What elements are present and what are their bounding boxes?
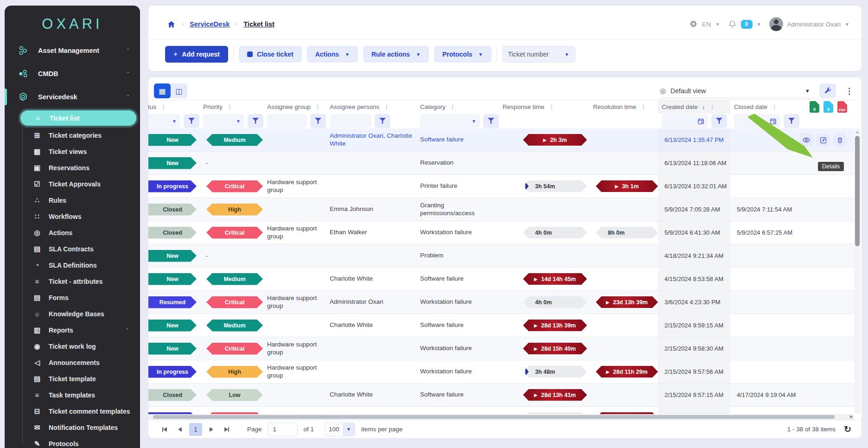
filter-date-input[interactable] <box>662 114 708 128</box>
column-header-resolution-time[interactable]: Resolution time ⋮ <box>589 100 658 114</box>
sidebar-section-cmdb[interactable]: CMDB ˇ <box>5 62 140 85</box>
filter-dropdown[interactable]: ▼ <box>420 114 480 128</box>
column-menu-kebab-icon[interactable]: ⋮ <box>640 103 646 110</box>
column-header-status[interactable]: Status ⋮ <box>148 100 199 114</box>
user-menu-caret-icon[interactable]: ▼ <box>845 22 849 27</box>
ticket-row[interactable]: In progress Critical Hardware support gr… <box>148 175 854 198</box>
grid-view-toggle[interactable]: ▦ <box>154 83 171 98</box>
column-header-assignee-persons[interactable]: Assignee persons ⋮ <box>326 100 416 114</box>
user-name[interactable]: Administrator Oxari <box>787 21 841 28</box>
scroll-right-icon[interactable]: ▶ <box>850 414 853 419</box>
filter-funnel-button[interactable] <box>711 114 727 128</box>
export-pdf-icon[interactable]: PDF <box>837 101 847 113</box>
language-caret-icon[interactable]: ▼ <box>715 22 720 27</box>
sidebar-item-protocols[interactable]: ✎ Protocols <box>5 435 140 448</box>
horizontal-scrollbar[interactable]: ▶ <box>148 414 854 420</box>
filter-funnel-button[interactable] <box>784 114 799 128</box>
column-header-priority[interactable]: Priority ⋮ <box>199 100 263 114</box>
filter-date-input[interactable] <box>734 114 780 128</box>
close-ticket-button[interactable]: Close ticket <box>239 46 302 63</box>
ticket-row[interactable]: New Medium Administrator Oxari, Charlott… <box>148 128 854 152</box>
column-menu-kebab-icon[interactable]: ⋮ <box>227 103 233 110</box>
filter-dropdown[interactable]: ▼ <box>203 114 244 128</box>
filter-funnel-button[interactable] <box>184 114 199 128</box>
rule-actions-dropdown-button[interactable]: Rule actions▼ <box>363 46 429 63</box>
refresh-icon[interactable]: ↻ <box>844 424 851 435</box>
column-menu-kebab-icon[interactable]: ⋮ <box>450 103 456 110</box>
next-page-button[interactable] <box>205 423 217 435</box>
sidebar-item-ticket-template[interactable]: ▤ Ticket template <box>5 371 140 387</box>
sidebar-section-servicedesk[interactable]: Servicedesk ˆ <box>5 85 140 109</box>
scroll-up-icon[interactable]: ▲ <box>854 128 861 134</box>
column-header-response-time[interactable]: Response time ⋮ <box>499 100 589 114</box>
edit-button[interactable] <box>816 133 830 147</box>
ticket-row[interactable]: New Critical Hardware support group Work… <box>148 337 854 360</box>
details-eye-button[interactable] <box>799 133 813 147</box>
sidebar-item-task-templates[interactable]: ≡ Task templates <box>5 387 140 403</box>
sidebar-item-ticket-list[interactable]: ≡ Ticket list <box>20 110 136 126</box>
sidebar-item-rules[interactable]: ∴ Rules <box>5 192 140 208</box>
column-menu-kebab-icon[interactable]: ⋮ <box>160 103 166 110</box>
delete-button[interactable] <box>833 133 847 147</box>
sidebar-item-ticket-work-log[interactable]: ◉ Ticket work log <box>5 338 140 354</box>
column-menu-kebab-icon[interactable]: ⋮ <box>772 103 778 110</box>
ticket-number-combobox[interactable]: Ticket number ▼ <box>502 46 575 63</box>
sidebar-item-workflows[interactable]: ∷ Workflows <box>5 208 140 224</box>
sidebar-item-actions[interactable]: ◎ Actions <box>5 224 140 241</box>
breadcrumb-ticket-list[interactable]: Ticket list <box>243 20 274 28</box>
ticket-row[interactable]: Resumed Critical Hardware support group … <box>148 291 854 314</box>
user-avatar[interactable] <box>769 17 783 31</box>
sidebar-item-announcements[interactable]: ◁ Announcements <box>5 354 140 371</box>
settings-gear-icon[interactable] <box>689 20 698 29</box>
ticket-row[interactable]: Closed High Emma Johnson Granting permis… <box>148 198 854 221</box>
view-selector[interactable]: ◎ Default view ▼ <box>660 83 813 98</box>
sidebar-item-ticket-attributes[interactable]: ≡ Ticket - attributes <box>5 273 140 289</box>
sidebar-item-ticket-approvals[interactable]: ☑ Ticket Approvals <box>5 176 140 192</box>
home-icon[interactable] <box>167 20 176 29</box>
column-menu-kebab-icon[interactable]: ⋮ <box>383 103 389 110</box>
export-excel-icon[interactable]: x <box>810 101 819 113</box>
ticket-row[interactable]: Closed Critical Hardware support group E… <box>148 221 854 244</box>
column-header-closed-date[interactable]: Closed date ⋮ <box>730 100 806 114</box>
actions-dropdown-button[interactable]: Actions▼ <box>307 46 358 63</box>
notifications-bell-icon[interactable] <box>728 20 737 29</box>
sidebar-item-forms[interactable]: ▤ Forms <box>5 289 140 306</box>
ticket-row[interactable]: New Medium Charlotte White Software fail… <box>148 268 854 291</box>
export-excel-alt-icon[interactable]: x <box>823 101 833 113</box>
sidebar-item-reports[interactable]: ▥ Reports ˇ <box>5 322 140 338</box>
vertical-scrollbar[interactable]: ▲ <box>854 128 861 414</box>
filter-funnel-button[interactable] <box>483 114 499 128</box>
column-header-assignee-group[interactable]: Assignee group ⋮ <box>263 100 326 114</box>
column-menu-kebab-icon[interactable]: ⋮ <box>315 103 321 110</box>
breadcrumb-servicedesk[interactable]: ServiceDesk <box>190 20 230 28</box>
ticket-row[interactable]: New Medium Charlotte White Software fail… <box>148 314 854 337</box>
sidebar-item-sla-contracts[interactable]: ▤ SLA Contracts <box>5 241 140 257</box>
grid-settings-wrench-button[interactable] <box>819 83 836 98</box>
horizontal-scrollbar-thumb[interactable] <box>153 415 835 419</box>
page-number-button[interactable]: 1 <box>189 423 202 436</box>
filter-text-input[interactable] <box>330 114 371 128</box>
filter-funnel-button[interactable] <box>375 114 390 128</box>
grid-menu-kebab-button[interactable]: ⋮ <box>842 86 856 96</box>
add-request-button[interactable]: + Add request <box>165 46 228 63</box>
ticket-row[interactable]: New - Problem 4/18/2024 9:21:34 AM <box>148 244 854 268</box>
filter-dropdown[interactable]: ▼ <box>148 114 180 128</box>
previous-page-button[interactable] <box>174 423 186 435</box>
column-header-created-date[interactable]: Created date ↓ ⋮ <box>658 100 730 114</box>
sidebar-section-asset-management[interactable]: Asset Management ˇ <box>5 39 140 62</box>
ticket-row[interactable]: Closed Low Charlotte White Software fail… <box>148 384 854 407</box>
filter-funnel-button[interactable] <box>310 114 326 128</box>
page-size-select[interactable]: 100 ▼ <box>325 422 355 436</box>
last-page-button[interactable] <box>221 423 233 435</box>
column-menu-kebab-icon[interactable]: ⋮ <box>709 103 715 110</box>
sidebar-item-notification-templates[interactable]: ✉ Notification Templates <box>5 419 140 435</box>
vertical-scrollbar-thumb[interactable] <box>855 136 860 246</box>
sidebar-item-ticket-comment-templates[interactable]: ⊟ Ticket comment templates <box>5 403 140 419</box>
ticket-row[interactable]: ▶ <box>148 407 854 414</box>
column-header-category[interactable]: Category ⋮ <box>416 100 499 114</box>
sidebar-item-ticket-categories[interactable]: ⊞ Ticket categories <box>5 127 140 143</box>
sidebar-item-reservations[interactable]: ▣ Reservations <box>5 160 140 176</box>
filter-funnel-button[interactable] <box>248 114 263 128</box>
ticket-row[interactable]: New - Reservation 6/13/2024 11:18:06 AM <box>148 152 854 175</box>
notifications-caret-icon[interactable]: ▼ <box>757 22 761 27</box>
